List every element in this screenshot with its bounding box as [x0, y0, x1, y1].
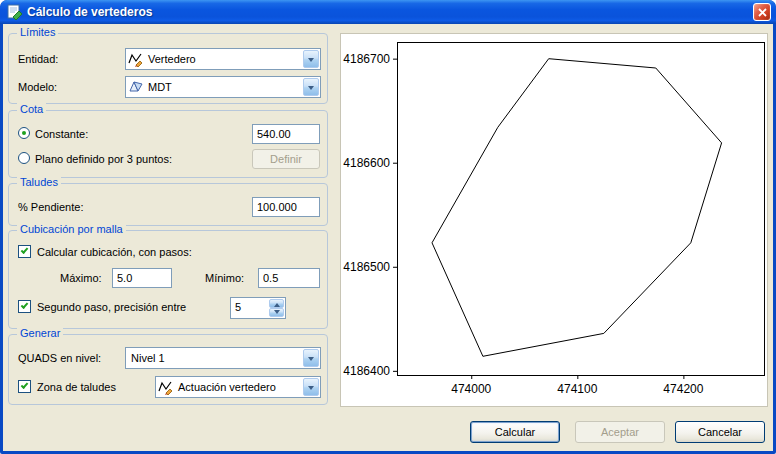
svg-text:4186500: 4186500 — [343, 260, 390, 274]
zona-taludes-checkbox[interactable] — [18, 380, 31, 393]
plano-radio[interactable] — [18, 152, 30, 164]
zona-taludes-value: Actuación vertedero — [176, 381, 320, 393]
group-taludes-title: Taludes — [17, 176, 61, 188]
check-icon — [21, 381, 29, 389]
plano-label: Plano definido por 3 puntos: — [35, 153, 172, 165]
svg-text:474000: 474000 — [451, 382, 491, 396]
calcular-cubicacion-label: Calcular cubicación, con pasos: — [37, 246, 192, 258]
constante-radio[interactable] — [18, 127, 30, 139]
window-title: Cálculo de vertederos — [27, 5, 753, 19]
constante-label: Constante: — [35, 128, 88, 140]
group-generar-title: Generar — [17, 327, 63, 339]
quads-dropdown-button[interactable] — [303, 349, 319, 367]
svg-text:4186400: 4186400 — [343, 364, 390, 378]
modelo-dropdown-button[interactable] — [303, 78, 319, 96]
chevron-down-icon — [308, 58, 314, 65]
quads-combobox[interactable]: Nivel 1 — [125, 347, 321, 369]
svg-text:474100: 474100 — [557, 382, 597, 396]
minimo-input[interactable] — [258, 268, 320, 288]
svg-text:474200: 474200 — [663, 382, 703, 396]
segundo-paso-label: Segundo paso, precisión entre — [37, 301, 186, 313]
close-button[interactable] — [753, 3, 771, 21]
chart-panel: 4740004741004742004186400418650041866004… — [340, 33, 768, 407]
maximo-label: Máximo: — [60, 272, 102, 284]
svg-text:4186600: 4186600 — [343, 156, 390, 170]
zona-taludes-label: Zona de taludes — [37, 381, 116, 393]
spin-up-button[interactable] — [269, 299, 284, 308]
aceptar-button[interactable]: Aceptar — [575, 421, 665, 443]
precision-spinner[interactable]: 5 — [230, 297, 286, 319]
calcular-cubicacion-checkbox[interactable] — [18, 245, 31, 258]
minimo-label: Mínimo: — [205, 272, 244, 284]
check-icon — [21, 301, 29, 309]
chevron-down-icon — [274, 310, 280, 317]
svg-text:4186700: 4186700 — [343, 52, 390, 66]
pendiente-input[interactable] — [252, 197, 320, 217]
app-icon — [7, 4, 23, 20]
quads-value: Nivel 1 — [126, 352, 320, 364]
titlebar[interactable]: Cálculo de vertederos — [0, 0, 776, 24]
dialog-window: Cálculo de vertederos Límites Entidad: V… — [0, 0, 776, 454]
cancelar-button[interactable]: Cancelar — [675, 421, 765, 443]
group-cota-title: Cota — [17, 103, 46, 115]
group-limites-title: Límites — [17, 26, 58, 38]
chevron-down-icon — [308, 357, 314, 364]
entidad-value: Vertedero — [146, 53, 320, 65]
precision-value: 5 — [235, 301, 241, 313]
chevron-up-icon — [274, 300, 280, 307]
spin-down-button[interactable] — [269, 308, 284, 317]
mdt-icon — [126, 79, 146, 95]
zona-taludes-combobox[interactable]: Actuación vertedero — [155, 376, 321, 398]
maximo-input[interactable] — [112, 268, 172, 288]
actuacion-vertedero-icon — [156, 379, 176, 395]
chart-svg: 4740004741004742004186400418650041866004… — [341, 34, 767, 406]
entidad-combobox[interactable]: Vertedero — [125, 48, 321, 70]
constante-input[interactable] — [252, 124, 320, 144]
chevron-down-icon — [308, 86, 314, 93]
group-cubicacion-title: Cubicación por malla — [17, 223, 126, 235]
modelo-value: MDT — [146, 81, 320, 93]
check-icon — [21, 246, 29, 254]
vertedero-icon — [126, 51, 146, 67]
chevron-down-icon — [308, 386, 314, 393]
zona-taludes-dropdown-button[interactable] — [303, 378, 319, 396]
modelo-combobox[interactable]: MDT — [125, 76, 321, 98]
definir-button[interactable]: Definir — [252, 149, 320, 169]
entidad-label: Entidad: — [18, 53, 58, 65]
calcular-button[interactable]: Calcular — [470, 421, 560, 443]
segundo-paso-checkbox[interactable] — [18, 300, 31, 313]
modelo-label: Modelo: — [18, 81, 57, 93]
entidad-dropdown-button[interactable] — [303, 50, 319, 68]
close-icon — [758, 8, 767, 17]
quads-label: QUADS en nivel: — [18, 352, 101, 364]
pendiente-label: % Pendiente: — [18, 201, 83, 213]
